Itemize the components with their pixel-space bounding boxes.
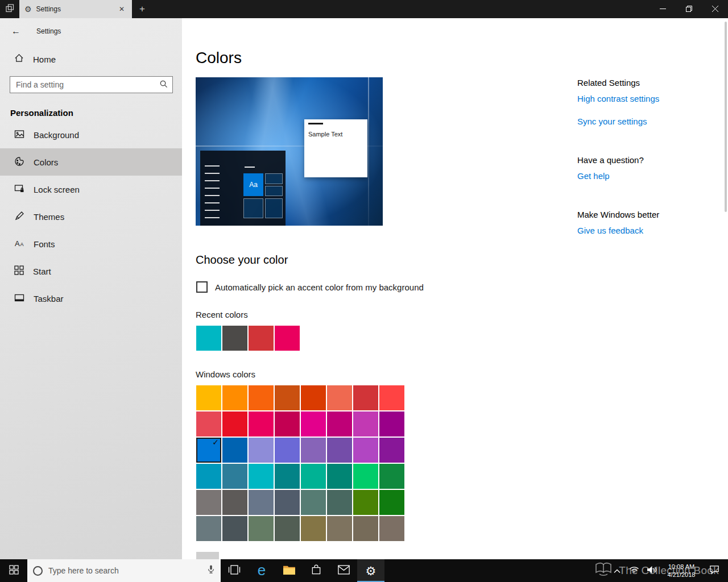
- task-view-button[interactable]: [221, 559, 248, 582]
- sidebar-item-colors[interactable]: Colors: [0, 148, 182, 176]
- sidebar-item-start[interactable]: Start: [0, 257, 182, 285]
- windows-color-swatch[interactable]: [353, 438, 378, 463]
- windows-color-swatch[interactable]: [379, 464, 404, 489]
- windows-color-swatch[interactable]: [249, 411, 274, 436]
- windows-color-swatch[interactable]: [353, 464, 378, 489]
- windows-color-swatch[interactable]: [327, 464, 352, 489]
- windows-color-swatch[interactable]: [379, 385, 404, 410]
- sidebar-item-taskbar[interactable]: Taskbar: [0, 285, 182, 312]
- windows-color-swatch[interactable]: [379, 516, 404, 541]
- windows-color-swatch[interactable]: [222, 411, 247, 436]
- start-button[interactable]: [0, 559, 27, 582]
- taskbar-icon: [14, 293, 24, 305]
- sidebar-item-lock-screen[interactable]: Lock screen: [0, 176, 182, 203]
- windows-color-swatch[interactable]: [275, 385, 300, 410]
- windows-color-swatch[interactable]: [379, 438, 404, 463]
- sidebar-item-home[interactable]: Home: [0, 52, 182, 66]
- windows-color-swatch[interactable]: [249, 385, 274, 410]
- windows-color-swatch[interactable]: [327, 411, 352, 436]
- windows-color-swatch[interactable]: [275, 516, 300, 541]
- taskbar-clock[interactable]: 10:08 AM 4/21/2018: [660, 559, 703, 582]
- windows-color-swatch[interactable]: [275, 490, 300, 515]
- microphone-icon[interactable]: [207, 564, 215, 577]
- minimize-button[interactable]: [650, 0, 676, 18]
- high-contrast-link[interactable]: High contrast settings: [577, 93, 725, 105]
- windows-color-swatch[interactable]: [353, 411, 378, 436]
- new-tab-button[interactable]: +: [132, 0, 152, 18]
- windows-color-swatch[interactable]: [249, 490, 274, 515]
- sidebar-item-background[interactable]: Background: [0, 121, 182, 148]
- volume-button[interactable]: [643, 559, 660, 582]
- file-explorer-button[interactable]: [275, 559, 303, 582]
- windows-color-swatch[interactable]: [249, 438, 274, 463]
- windows-color-swatch[interactable]: [301, 438, 326, 463]
- tab-title: Settings: [36, 5, 61, 13]
- taskbar-search-input[interactable]: [48, 566, 201, 575]
- windows-color-swatch[interactable]: [379, 490, 404, 515]
- sidebar-item-themes[interactable]: Themes: [0, 203, 182, 230]
- windows-color-swatch[interactable]: [249, 464, 274, 489]
- edge-button[interactable]: e: [248, 559, 275, 582]
- windows-color-swatch[interactable]: ✓: [196, 438, 221, 463]
- give-feedback-link[interactable]: Give us feedback: [577, 225, 725, 236]
- mail-button[interactable]: [330, 559, 357, 582]
- auto-accent-checkbox[interactable]: [196, 281, 208, 293]
- windows-color-swatch[interactable]: [327, 490, 352, 515]
- get-help-link[interactable]: Get help: [577, 171, 725, 182]
- recent-color-swatch[interactable]: [196, 326, 221, 351]
- hidden-icons-button[interactable]: [609, 559, 626, 582]
- windows-color-swatch[interactable]: [222, 438, 247, 463]
- recent-color-swatch[interactable]: [249, 326, 274, 351]
- windows-color-swatch[interactable]: [301, 490, 326, 515]
- recent-color-swatch[interactable]: [275, 326, 300, 351]
- sync-settings-link[interactable]: Sync your settings: [577, 116, 725, 127]
- windows-color-swatch[interactable]: [196, 385, 221, 410]
- system-tray: 10:08 AM 4/21/2018: [609, 559, 728, 582]
- windows-colors-grid: ✓: [196, 385, 404, 541]
- windows-color-swatch[interactable]: [222, 464, 247, 489]
- windows-color-swatch[interactable]: [275, 411, 300, 436]
- close-button[interactable]: [702, 0, 728, 18]
- windows-color-swatch[interactable]: [196, 490, 221, 515]
- wifi-icon: [628, 566, 640, 576]
- start-menu-preview: Aa: [200, 151, 286, 226]
- custom-color-partial[interactable]: [196, 552, 219, 559]
- windows-color-swatch[interactable]: [196, 464, 221, 489]
- speaker-icon: [646, 566, 657, 576]
- windows-color-swatch[interactable]: [275, 464, 300, 489]
- windows-color-swatch[interactable]: [222, 516, 247, 541]
- windows-color-swatch[interactable]: [327, 438, 352, 463]
- windows-color-swatch[interactable]: [353, 516, 378, 541]
- windows-color-swatch[interactable]: [249, 516, 274, 541]
- windows-color-swatch[interactable]: [222, 490, 247, 515]
- scrollbar-thumb[interactable]: [725, 22, 727, 212]
- windows-color-swatch[interactable]: [327, 385, 352, 410]
- back-button[interactable]: ←: [11, 26, 20, 36]
- windows-color-swatch[interactable]: [301, 464, 326, 489]
- windows-color-swatch[interactable]: [353, 385, 378, 410]
- action-center-button[interactable]: [703, 559, 726, 582]
- chevron-up-icon: [614, 566, 621, 576]
- windows-color-swatch[interactable]: [301, 516, 326, 541]
- recent-color-swatch[interactable]: [222, 326, 247, 351]
- tab-close-icon[interactable]: ✕: [117, 4, 127, 14]
- windows-color-swatch[interactable]: [301, 385, 326, 410]
- svg-text:A: A: [15, 239, 20, 248]
- windows-color-swatch[interactable]: [327, 516, 352, 541]
- settings-search-input[interactable]: [16, 80, 159, 89]
- sidebar: ← Settings Home Personalization: [0, 18, 182, 559]
- windows-color-swatch[interactable]: [301, 411, 326, 436]
- windows-color-swatch[interactable]: [222, 385, 247, 410]
- tab-preview-button[interactable]: [0, 0, 19, 18]
- windows-color-swatch[interactable]: [196, 411, 221, 436]
- windows-color-swatch[interactable]: [379, 411, 404, 436]
- store-button[interactable]: [303, 559, 330, 582]
- sidebar-item-fonts[interactable]: A A Fonts: [0, 230, 182, 257]
- windows-color-swatch[interactable]: [275, 438, 300, 463]
- windows-color-swatch[interactable]: [196, 516, 221, 541]
- windows-color-swatch[interactable]: [353, 490, 378, 515]
- tab-settings[interactable]: ⚙ Settings ✕: [19, 0, 132, 18]
- network-button[interactable]: [626, 559, 643, 582]
- restore-button[interactable]: [676, 0, 702, 18]
- settings-app-button[interactable]: ⚙: [357, 559, 384, 582]
